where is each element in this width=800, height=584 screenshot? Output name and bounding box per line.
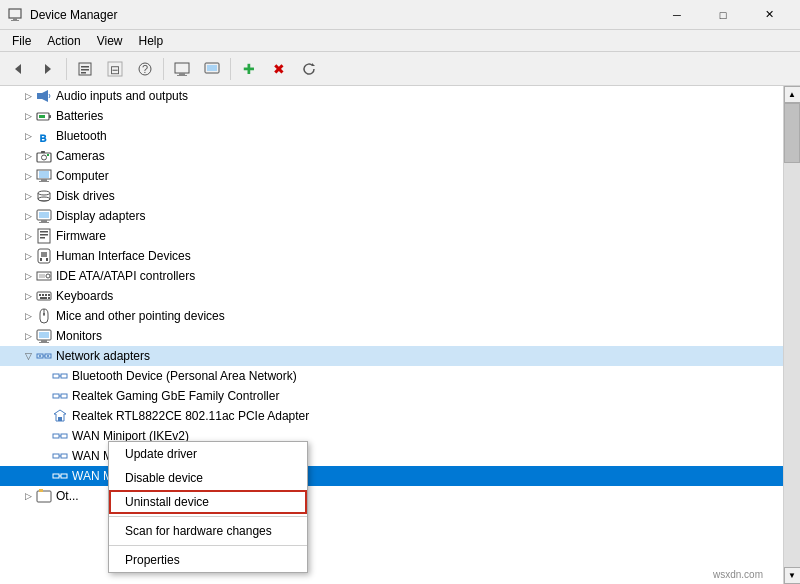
- keyboards-icon: [36, 288, 52, 304]
- expand-mice-icon: ▷: [20, 308, 36, 324]
- forward-button[interactable]: [34, 56, 62, 82]
- svg-rect-14: [179, 73, 185, 75]
- audio-label: Audio inputs and outputs: [56, 89, 188, 103]
- svg-text:?: ?: [142, 63, 148, 75]
- help-button[interactable]: ?: [131, 56, 159, 82]
- expand-cameras-icon: ▷: [20, 148, 36, 164]
- menu-view[interactable]: View: [89, 32, 131, 50]
- tree-item-displayadapters[interactable]: ▷ Display adapters: [0, 206, 783, 226]
- refresh-button[interactable]: [295, 56, 323, 82]
- tree-item-keyboards[interactable]: ▷ Keyboards: [0, 286, 783, 306]
- svg-rect-55: [42, 294, 44, 296]
- context-menu-disable[interactable]: Disable device: [109, 466, 307, 490]
- other-label: Ot...: [56, 489, 79, 503]
- expand-ideata-icon: ▷: [20, 268, 36, 284]
- svg-rect-77: [58, 417, 62, 421]
- cameras-icon: [36, 148, 52, 164]
- minimize-button[interactable]: ─: [654, 0, 700, 30]
- scroll-up-button[interactable]: ▲: [784, 86, 801, 103]
- context-menu-update[interactable]: Update driver: [109, 442, 307, 466]
- tree-item-hid[interactable]: ▷ Human Interface Devices: [0, 246, 783, 266]
- computer-button[interactable]: [168, 56, 196, 82]
- tree-item-net3[interactable]: ▷ Realtek RTL8822CE 802.11ac PCIe Adapte…: [0, 406, 783, 426]
- tree-item-ideata[interactable]: ▷ IDE ATA/ATAPI controllers: [0, 266, 783, 286]
- svg-rect-64: [41, 340, 47, 342]
- svg-rect-17: [207, 65, 217, 71]
- properties-button[interactable]: [71, 56, 99, 82]
- menu-action[interactable]: Action: [39, 32, 88, 50]
- tree-item-firmware[interactable]: ▷ Firmware: [0, 226, 783, 246]
- tree-item-cameras[interactable]: ▷ Cameras: [0, 146, 783, 166]
- tree-item-computer[interactable]: ▷ Computer: [0, 166, 783, 186]
- tree-item-monitors[interactable]: ▷ Monitors: [0, 326, 783, 346]
- back-button[interactable]: [4, 56, 32, 82]
- svg-point-37: [38, 197, 50, 201]
- add-button[interactable]: ✚: [235, 56, 263, 82]
- svg-rect-31: [47, 154, 49, 156]
- svg-rect-85: [61, 474, 67, 478]
- svg-rect-88: [39, 489, 43, 492]
- maximize-button[interactable]: □: [700, 0, 746, 30]
- expand-hid-icon: ▷: [20, 248, 36, 264]
- svg-rect-65: [39, 342, 49, 343]
- tree-item-batteries[interactable]: ▷ Batteries: [0, 106, 783, 126]
- svg-rect-48: [40, 258, 42, 261]
- tree-item-networkadapters[interactable]: ▽ Network adapters: [0, 346, 783, 366]
- app-icon: [8, 7, 24, 23]
- minus-button[interactable]: ⊟: [101, 56, 129, 82]
- svg-rect-87: [37, 491, 51, 502]
- context-menu-uninstall[interactable]: Uninstall device: [109, 490, 307, 514]
- svg-rect-0: [9, 9, 21, 18]
- svg-point-36: [38, 191, 50, 195]
- tree-item-diskdrives[interactable]: ▷ Disk drives: [0, 186, 783, 206]
- tree-item-mice[interactable]: ▷ Mice and other pointing devices: [0, 306, 783, 326]
- networkadapters-icon: [36, 348, 52, 364]
- scrollbar-track[interactable]: [784, 103, 800, 567]
- expand-keyboards-icon: ▷: [20, 288, 36, 304]
- net1-icon: [52, 368, 68, 384]
- computer-label: Computer: [56, 169, 109, 183]
- svg-rect-59: [48, 297, 50, 299]
- firmware-icon: [36, 228, 52, 244]
- svg-point-69: [39, 355, 41, 357]
- scrollbar-thumb[interactable]: [784, 103, 800, 163]
- expand-other-icon: ▷: [20, 488, 36, 504]
- networkadapters-label: Network adapters: [56, 349, 150, 363]
- svg-rect-30: [41, 151, 45, 153]
- svg-rect-82: [61, 454, 67, 458]
- menu-file[interactable]: File: [4, 32, 39, 50]
- svg-marker-4: [45, 64, 51, 74]
- tree-item-net1[interactable]: ▷ Bluetooth Device (Personal Area Networ…: [0, 366, 783, 386]
- svg-rect-26: [39, 115, 45, 118]
- svg-rect-57: [48, 294, 50, 296]
- expand-diskdrives-icon: ▷: [20, 188, 36, 204]
- bluetooth-label: Bluetooth: [56, 129, 107, 143]
- scroll-down-button[interactable]: ▼: [784, 567, 801, 584]
- svg-rect-49: [46, 258, 48, 261]
- cameras-label: Cameras: [56, 149, 105, 163]
- expand-monitors-icon: ▷: [20, 328, 36, 344]
- title-bar-title: Device Manager: [30, 8, 117, 22]
- tree-item-net2[interactable]: ▷ Realtek Gaming GbE Family Controller: [0, 386, 783, 406]
- remove-button[interactable]: ✖: [265, 56, 293, 82]
- toolbar-sep-3: [230, 58, 231, 80]
- context-menu-properties[interactable]: Properties: [109, 548, 307, 572]
- close-button[interactable]: ✕: [746, 0, 792, 30]
- svg-rect-72: [61, 374, 67, 378]
- keyboards-label: Keyboards: [56, 289, 113, 303]
- expand-batteries-icon: ▷: [20, 108, 36, 124]
- svg-rect-44: [40, 234, 48, 236]
- svg-rect-2: [11, 20, 19, 21]
- scrollbar: ▲ ▼: [783, 86, 800, 584]
- tree-item-bluetooth[interactable]: ▷ ʙ Bluetooth: [0, 126, 783, 146]
- svg-point-29: [42, 155, 47, 160]
- svg-rect-6: [81, 66, 89, 68]
- svg-rect-1: [13, 18, 17, 20]
- tree-item-audio[interactable]: ▷ Audio inputs and outputs: [0, 86, 783, 106]
- net2-label: Realtek Gaming GbE Family Controller: [72, 389, 279, 403]
- context-menu-scan[interactable]: Scan for hardware changes: [109, 519, 307, 543]
- svg-rect-13: [175, 63, 189, 73]
- svg-text:✚: ✚: [243, 61, 255, 77]
- screen-button[interactable]: [198, 56, 226, 82]
- menu-help[interactable]: Help: [131, 32, 172, 50]
